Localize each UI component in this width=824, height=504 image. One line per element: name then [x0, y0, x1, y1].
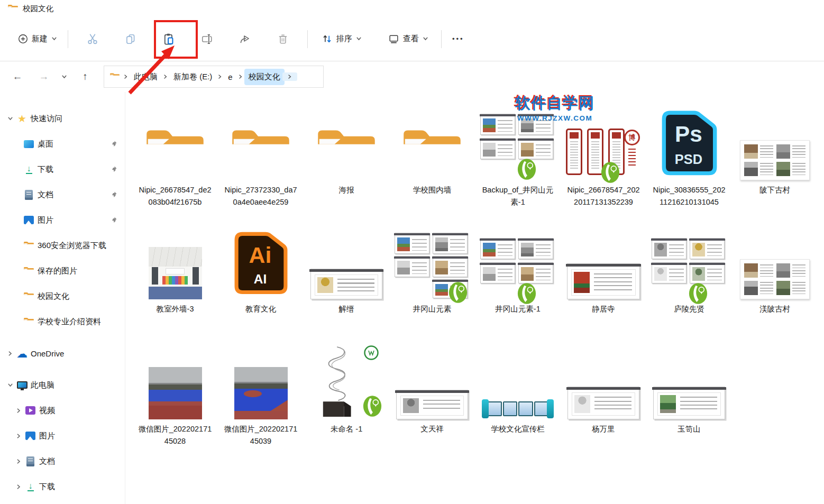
breadcrumb-separator-icon [163, 74, 168, 79]
address-bar[interactable]: 此电脑 新加卷 (E:) e 校园文化 [104, 66, 324, 88]
toolbar-divider [441, 30, 442, 48]
coreldraw-badge-icon [517, 158, 536, 180]
toolbar: 新建 [0, 17, 824, 61]
coreldraw-badge-icon [601, 161, 620, 184]
file-name: 学校围内墙 [395, 184, 470, 196]
sidebar-item-campus-culture[interactable]: 校园文化 [0, 283, 125, 309]
seal-icon: 博 [624, 130, 640, 145]
chevron-right-icon[interactable] [16, 433, 22, 439]
file-tile[interactable]: 井冈山元素-1 [475, 225, 561, 315]
breadcrumb-drive-e[interactable]: 新加卷 (E:) [169, 69, 216, 85]
file-tile[interactable]: Nipic_27372330_da70a4e0aee4e259 [218, 101, 304, 209]
file-tile[interactable]: 微信图片_20220217145039 [218, 344, 304, 448]
share-button[interactable] [232, 29, 258, 49]
sidebar-item-label: 此电脑 [31, 380, 54, 390]
file-tile[interactable]: 杨万里 [561, 344, 646, 448]
paste-button[interactable] [156, 29, 181, 50]
sidebar-item-documents-pc[interactable]: 文档 [0, 448, 125, 474]
image-thumbnail [482, 398, 554, 419]
folder-icon [143, 125, 207, 180]
trash-icon [277, 33, 289, 45]
file-tile[interactable]: 渼陂古村 [732, 225, 818, 315]
file-tile[interactable]: 陂下古村 [732, 101, 818, 209]
chevron-down-icon[interactable] [7, 382, 13, 388]
chevron-right-icon[interactable] [7, 351, 13, 356]
sidebar-item-pictures[interactable]: 图片 [0, 207, 125, 233]
chevron-down-icon[interactable] [7, 116, 13, 122]
file-name: 海报 [309, 184, 384, 196]
breadcrumb-e[interactable]: e [224, 69, 236, 85]
sidebar-item-label: 360安全浏览器下载 [38, 241, 106, 251]
chevron-right-icon[interactable] [16, 459, 22, 464]
chevron-down-icon [61, 74, 67, 80]
sidebar-item-downloads[interactable]: ↓ 下载 [0, 157, 125, 182]
file-tile[interactable]: Ai AI 教育文化 [218, 225, 304, 315]
sidebar-item-school-intro[interactable]: 学校专业介绍资料 [0, 309, 125, 334]
paste-icon [162, 33, 175, 45]
sidebar: ★ 快速访问 桌面 ↓ 下载 文档 图片 360安全浏览器下载 [0, 92, 125, 504]
more-button[interactable]: ••• [447, 31, 470, 47]
svg-text:Ps: Ps [675, 122, 702, 146]
breadcrumb-separator-icon [217, 74, 223, 79]
view-button[interactable]: 查看 [383, 29, 434, 49]
sort-button[interactable]: 排序 [316, 29, 367, 49]
sidebar-item-downloads-pc[interactable]: ↓ 下载 [0, 474, 125, 499]
breadcrumb-separator-icon [238, 74, 243, 79]
file-tile[interactable]: 海报 [304, 101, 389, 209]
file-tile[interactable]: Ps PSD Nipic_30836555_20211216210131045 [646, 101, 732, 209]
copy-icon [125, 33, 136, 45]
image-thumbnail [149, 247, 202, 299]
up-button[interactable]: ↑ [76, 68, 94, 86]
history-chevron-button[interactable] [57, 68, 71, 86]
file-tile[interactable]: 学校文化宣传栏 [475, 344, 561, 448]
breadcrumb-separator-icon[interactable] [282, 72, 297, 81]
breadcrumb-current-folder[interactable]: 校园文化 [244, 69, 285, 85]
sidebar-item-documents[interactable]: 文档 [0, 182, 125, 207]
toolbar-divider [307, 30, 308, 48]
plus-circle-icon [18, 34, 28, 44]
file-tile[interactable]: 玉笥山 [646, 344, 732, 448]
coreldraw-thumbnail [395, 233, 470, 299]
sidebar-item-pictures-pc[interactable]: 图片 [0, 423, 125, 448]
back-button[interactable]: ← [8, 68, 26, 86]
delete-button[interactable] [270, 29, 296, 49]
file-tile[interactable]: 静居寺 [561, 225, 646, 315]
file-tile[interactable]: 教室外墙-3 [132, 225, 218, 315]
file-tile[interactable]: 学校围内墙 [389, 101, 475, 209]
sidebar-item-desktop[interactable]: 桌面 [0, 131, 125, 157]
sidebar-item-quick-access[interactable]: ★ 快速访问 [0, 106, 125, 131]
sidebar-item-label: 学校专业介绍资料 [38, 317, 101, 327]
window-folder-icon [7, 3, 19, 14]
forward-button[interactable]: → [35, 68, 53, 86]
rename-button[interactable] [194, 29, 219, 49]
file-tile[interactable]: 微信图片_20220217145028 [132, 344, 218, 448]
sidebar-item-videos[interactable]: 视频 [0, 398, 125, 423]
file-tile[interactable]: Backup_of_井冈山元素-1 [475, 101, 561, 209]
sidebar-item-saved-pictures[interactable]: 保存的图片 [0, 258, 125, 283]
file-tile[interactable]: 博 Nipic_26678547_20220117131352239 [561, 101, 646, 209]
folder-icon [315, 125, 378, 180]
folder-icon [400, 125, 464, 180]
breadcrumb-this-pc[interactable]: 此电脑 [130, 69, 162, 85]
copy-button[interactable] [118, 29, 143, 49]
file-tile[interactable]: 解缙 [304, 225, 389, 315]
pictures-icon [24, 216, 34, 224]
sidebar-item-onedrive[interactable]: ☁ OneDrive [0, 341, 125, 366]
file-name: 杨万里 [566, 423, 641, 435]
chevron-down-icon [51, 36, 57, 42]
sidebar-item-360-downloads[interactable]: 360安全浏览器下载 [0, 233, 125, 258]
file-name: 渼陂古村 [737, 303, 812, 315]
svg-text:AI: AI [254, 272, 267, 286]
file-tile[interactable]: 文天祥 [389, 344, 475, 448]
new-button[interactable]: 新建 [13, 30, 62, 48]
file-tile[interactable]: 井冈山元素 [389, 225, 475, 315]
cut-button[interactable] [80, 29, 105, 49]
file-tile[interactable]: 未命名 -1 [304, 344, 389, 448]
file-tile[interactable]: Nipic_26678547_de2083b04f21675b [132, 101, 218, 209]
chevron-right-icon[interactable] [16, 484, 22, 490]
coreldraw-badge-icon [689, 282, 708, 305]
file-tile[interactable]: 庐陵先贤 [646, 225, 732, 315]
sidebar-item-this-pc[interactable]: 此电脑 [0, 372, 125, 398]
sidebar-item-label: 下载 [38, 164, 53, 175]
chevron-right-icon[interactable] [16, 408, 22, 414]
